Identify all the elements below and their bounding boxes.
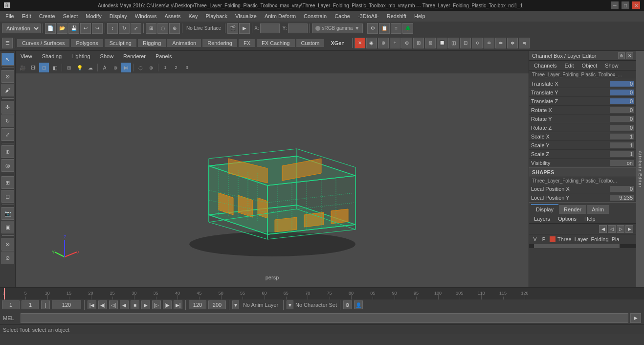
scale-tool-btn[interactable]: ⤢ [131, 23, 141, 34]
xgen-btn-1[interactable]: ✕ [355, 38, 365, 48]
channelbox-close-btn[interactable]: ✕ [626, 52, 633, 59]
translate-y-value[interactable]: 0 [610, 90, 634, 95]
timeline-ruler[interactable]: 0510152025303540455055606570758085909510… [0, 288, 644, 299]
layer-prev-btn[interactable]: ◀ [599, 225, 607, 233]
layer-next-btn[interactable]: ▶ [625, 225, 633, 233]
local-pos-y-value[interactable]: 9.235 [610, 195, 634, 201]
vt-grid-btn[interactable]: ⊞ [64, 63, 74, 72]
layer-visibility-btn[interactable]: V [531, 235, 539, 243]
menu-key[interactable]: Key [185, 12, 201, 20]
snap-grid-btn[interactable]: ⊞ [146, 23, 156, 34]
layer-menu-options[interactable]: Options [556, 215, 578, 222]
total-frames-input[interactable] [208, 300, 226, 309]
save-btn[interactable]: 💾 [68, 23, 79, 34]
menu-anim-deform[interactable]: Anim Deform [261, 12, 299, 20]
vt-aa-btn[interactable]: A [100, 63, 110, 72]
xgen-btn-12[interactable]: ≏ [484, 38, 494, 48]
xgen-btn-6[interactable]: ⊞ [413, 38, 424, 48]
maximize-button[interactable]: □ [622, 1, 629, 9]
toolbox-toggle-btn[interactable]: ⚙ [367, 23, 378, 34]
layer-menu-layers[interactable]: Layers [532, 215, 552, 222]
gamma-selector[interactable]: sRGB gamma ▼ [312, 23, 363, 33]
shelf-tab-animation[interactable]: Animation [167, 39, 201, 47]
vt-3-btn[interactable]: 3 [182, 63, 192, 72]
render-settings-btn[interactable]: 🎬 [227, 23, 238, 34]
layer-menu-help[interactable]: Help [582, 215, 598, 222]
prev-key-btn[interactable]: ◁| [109, 300, 118, 309]
vt-isolate-btn[interactable]: ◌ [135, 63, 145, 72]
select-tool-btn[interactable]: ↖ [1, 53, 14, 66]
move-tool-btn[interactable]: ↕ [107, 23, 118, 34]
menu-file[interactable]: File [2, 12, 18, 20]
new-scene-btn[interactable]: 📄 [45, 23, 56, 34]
move-btn[interactable]: ✛ [1, 101, 14, 114]
start-frame-input[interactable] [2, 300, 20, 309]
current-frame-input[interactable] [22, 300, 39, 309]
render-region-btn[interactable]: ▣ [1, 221, 14, 233]
disp-tab-render[interactable]: Render [559, 205, 586, 214]
chan-menu-show[interactable]: Show [603, 62, 621, 69]
rotate-btn[interactable]: ↻ [1, 115, 14, 127]
layer-fwd-btn[interactable]: ▷ [617, 225, 624, 233]
rotate-tool-btn[interactable]: ↻ [119, 23, 130, 34]
vp-menu-lighting[interactable]: Lighting [68, 52, 93, 60]
snap-curve-btn[interactable]: ◌ [157, 23, 168, 34]
channelbox-pin-btn[interactable]: ⊕ [618, 52, 625, 59]
manipulator-btn[interactable]: ⊕ [1, 145, 14, 158]
shelf-tab-rigging[interactable]: Rigging [138, 39, 166, 47]
xgen-btn-15[interactable]: ≒ [519, 38, 530, 48]
vt-wireframe-btn[interactable]: ⊡ [39, 63, 49, 72]
rotate-y-value[interactable]: 0 [610, 116, 634, 122]
chan-menu-channels[interactable]: Channels [532, 62, 558, 69]
play-back-btn[interactable]: ◀ [120, 300, 129, 309]
display-settings-btn[interactable]: ⊘ [1, 252, 14, 264]
ipr-btn[interactable]: ▶ [239, 23, 250, 34]
scale-z-value[interactable]: 1 [610, 151, 634, 157]
menu-constrain[interactable]: Constrain [300, 12, 330, 20]
chan-menu-edit[interactable]: Edit [562, 62, 576, 69]
anim-prefs-btn[interactable]: ⚙ [343, 300, 352, 309]
shelf-tab-rendering[interactable]: Rendering [202, 39, 237, 47]
menu-create[interactable]: Create [36, 12, 59, 20]
frame-range-end-input[interactable] [189, 300, 206, 309]
vp-menu-view[interactable]: View [18, 52, 35, 60]
camera-btn[interactable]: 📷 [1, 207, 14, 220]
snap-grid-lt-btn[interactable]: ⊞ [1, 176, 14, 189]
next-key-btn[interactable]: |▷ [152, 300, 161, 309]
stop-btn[interactable]: ■ [131, 300, 139, 309]
channel-box-btn2[interactable]: ≡ [391, 23, 401, 34]
shelf-tab-curves[interactable]: Curves / Surfaces [17, 39, 69, 47]
viewport[interactable]: View Shading Lighting Show Renderer Pane… [16, 51, 529, 287]
redo-btn[interactable]: ↪ [92, 23, 103, 34]
disp-tab-anim[interactable]: Anim [587, 205, 609, 214]
menu-display[interactable]: Display [106, 12, 131, 20]
lasso-select-btn[interactable]: ⊙ [1, 70, 14, 83]
shelf-tab-fxcaching[interactable]: FX Caching [257, 39, 294, 47]
chan-menu-object[interactable]: Object [579, 62, 599, 69]
xgen-btn-2[interactable]: ◉ [366, 38, 377, 48]
shelf-tab-fx[interactable]: FX [239, 39, 255, 47]
menu-select[interactable]: Select [60, 12, 82, 20]
soft-select-btn[interactable]: ◎ [1, 159, 14, 172]
layer-playback-btn[interactable]: P [540, 235, 548, 243]
undo-btn[interactable]: ↩ [80, 23, 91, 34]
rotate-z-value[interactable]: 0 [610, 125, 634, 131]
vt-wireframe-on-shaded-btn[interactable]: ⋈ [121, 63, 131, 72]
end-frame-range-input[interactable] [52, 300, 81, 309]
layer-scrollbar[interactable] [529, 244, 636, 248]
paint-select-btn[interactable]: 🖌 [1, 84, 14, 96]
layer-scrollbar-thumb[interactable] [534, 244, 620, 248]
xgen-btn-5[interactable]: ⊕ [401, 38, 412, 48]
go-start-btn[interactable]: |◀ [88, 300, 96, 309]
xgen-btn-8[interactable]: 🔲 [437, 38, 447, 48]
vt-shaded-btn[interactable]: ◧ [50, 63, 60, 72]
vt-1-btn[interactable]: 1 [160, 63, 170, 72]
xform-btn[interactable]: ⊗ [1, 238, 14, 251]
coord-x-input[interactable]: 0.00 [260, 23, 280, 33]
rotate-x-value[interactable]: 0 [610, 107, 634, 113]
vt-shadow-btn[interactable]: ☁ [86, 63, 95, 72]
scale-y-value[interactable]: 1 [610, 142, 634, 148]
scale-btn[interactable]: ⤢ [1, 128, 14, 141]
viewport-3d-content[interactable]: X Y Z [16, 73, 529, 287]
xgen-btn-13[interactable]: ≐ [495, 38, 506, 48]
